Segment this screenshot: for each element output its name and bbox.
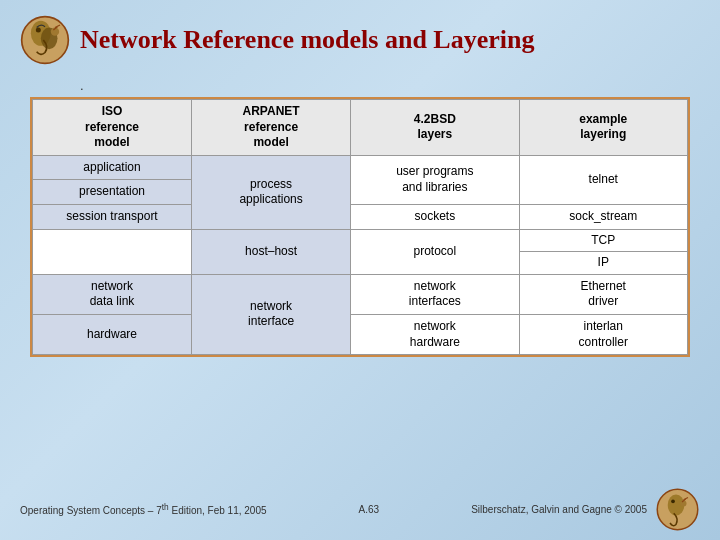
header-bsd: 4.2BSD layers [351, 100, 519, 156]
footer: Operating System Concepts – 7th Edition,… [0, 487, 720, 532]
table-row: networkdata link networkinterface networ… [33, 274, 688, 314]
title-area: Network Reference models and Layering [20, 10, 700, 70]
cell-hardware: hardware [33, 314, 192, 354]
cell-network-datalink: networkdata link [33, 274, 192, 314]
cell-telnet: telnet [519, 155, 687, 204]
footer-edition-super: th [162, 502, 169, 512]
subtitle-dot: . [80, 78, 700, 93]
cell-interlan-controller: interlancontroller [519, 314, 687, 354]
table-row: host–host protocol TCP IP [33, 229, 688, 274]
reference-model-table: ISO reference model ARPANET reference mo… [32, 99, 688, 355]
footer-right: Silberschatz, Galvin and Gagne © 2005 [471, 504, 647, 515]
footer-left-rest: Edition, Feb 11, 2005 [169, 506, 267, 517]
cell-host-host: host–host [192, 229, 351, 274]
footer-left-text: Operating System Concepts – 7 [20, 506, 162, 517]
cell-presentation: presentation [33, 180, 192, 205]
page-title: Network Reference models and Layering [80, 25, 534, 55]
cell-sock-stream: sock_stream [519, 204, 687, 229]
svg-point-8 [671, 499, 675, 503]
cell-network-hardware: networkhardware [351, 314, 519, 354]
cell-ethernet-driver: Ethernetdriver [519, 274, 687, 314]
header-arpanet: ARPANET reference model [192, 100, 351, 156]
table-row: application processapplications user pro… [33, 155, 688, 180]
cell-application: application [33, 155, 192, 180]
slide-container: Network Reference models and Layering . … [0, 0, 720, 540]
cell-user-programs: user programsand libraries [351, 155, 519, 204]
footer-left: Operating System Concepts – 7th Edition,… [20, 502, 267, 516]
table-wrapper: ISO reference model ARPANET reference mo… [30, 97, 690, 357]
header-example: example layering [519, 100, 687, 156]
table-row: hardware networkhardware interlancontrol… [33, 314, 688, 354]
cell-network-interfaces: networkinterfaces [351, 274, 519, 314]
table-row: session transport sockets sock_stream [33, 204, 688, 229]
title-logo-icon [20, 15, 70, 65]
header-iso: ISO reference model [33, 100, 192, 156]
cell-network-interface: networkinterface [192, 274, 351, 354]
cell-tcp-ip: TCP IP [519, 229, 687, 274]
cell-session-transport: session transport [33, 204, 192, 229]
svg-point-3 [36, 28, 41, 33]
footer-logo-icon [655, 487, 700, 532]
cell-blank-iso [33, 229, 192, 274]
cell-sockets: sockets [351, 204, 519, 229]
cell-process-applications: processapplications [192, 155, 351, 229]
cell-protocol: protocol [351, 229, 519, 274]
footer-center: A.63 [359, 504, 380, 515]
